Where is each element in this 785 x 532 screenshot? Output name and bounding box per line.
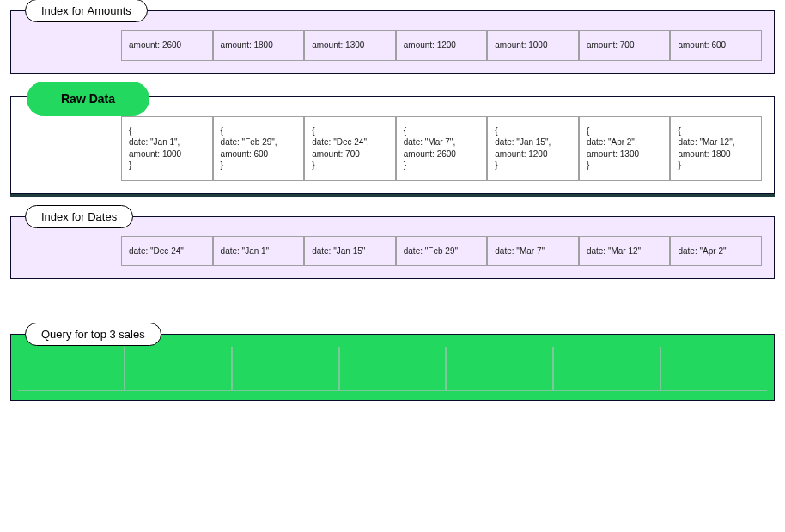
dates-cell: date: "Dec 24" <box>121 236 213 267</box>
dates-cell: date: "Mar 7" <box>487 236 579 267</box>
raw-cell: { date: "Dec 24", amount: 700 } <box>304 116 396 181</box>
raw-cell: { date: "Mar 7", amount: 2600 } <box>396 116 488 181</box>
raw-cell: { date: "Jan 1", amount: 1000 } <box>121 116 213 181</box>
amounts-cell: amount: 600 <box>670 30 762 61</box>
amounts-cell: amount: 2600 <box>121 30 213 61</box>
query-cell <box>553 347 660 391</box>
query-row <box>18 347 767 391</box>
query-panel: Query for top 3 sales <box>10 334 775 401</box>
amounts-panel: Index for Amounts amount: 2600 amount: 1… <box>10 10 775 74</box>
amounts-title: Index for Amounts <box>25 0 148 22</box>
dates-cell: date: "Feb 29" <box>396 236 488 267</box>
query-cell <box>18 347 125 391</box>
amounts-cell: amount: 700 <box>579 30 671 61</box>
raw-cell: { date: "Feb 29", amount: 600 } <box>213 116 305 181</box>
raw-cell: { date: "Jan 15", amount: 1200 } <box>487 116 579 181</box>
dates-cell: date: "Apr 2" <box>670 236 762 267</box>
dates-cell: date: "Mar 12" <box>579 236 671 267</box>
amounts-cell: amount: 1000 <box>487 30 579 61</box>
dates-cell: date: "Jan 1" <box>213 236 305 267</box>
dates-title: Index for Dates <box>25 205 133 228</box>
query-cell <box>339 347 447 391</box>
query-cell <box>232 347 339 391</box>
amounts-row: amount: 2600 amount: 1800 amount: 1300 a… <box>121 30 762 61</box>
dates-row: date: "Dec 24" date: "Jan 1" date: "Jan … <box>121 236 762 267</box>
query-cell <box>446 347 553 391</box>
raw-cell: { date: "Mar 12", amount: 1800 } <box>670 116 762 181</box>
query-cell <box>125 347 232 391</box>
raw-title: Raw Data <box>27 82 149 116</box>
dates-panel: Index for Dates date: "Dec 24" date: "Ja… <box>10 216 775 280</box>
raw-cell: { date: "Apr 2", amount: 1300 } <box>579 116 671 181</box>
amounts-cell: amount: 1300 <box>304 30 396 61</box>
amounts-cell: amount: 1800 <box>213 30 305 61</box>
amounts-cell: amount: 1200 <box>396 30 488 61</box>
raw-panel: Raw Data { date: "Jan 1", amount: 1000 }… <box>10 96 775 194</box>
dates-cell: date: "Jan 15" <box>304 236 396 267</box>
query-cell <box>660 347 767 391</box>
raw-row: { date: "Jan 1", amount: 1000 } { date: … <box>121 116 762 181</box>
query-title: Query for top 3 sales <box>25 323 161 346</box>
